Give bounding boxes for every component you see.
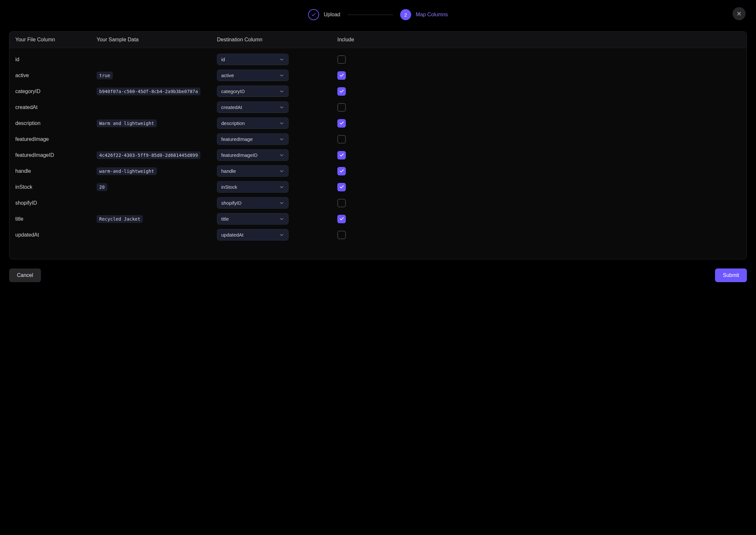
chevron-down-icon xyxy=(279,121,284,126)
table-row: createdAtcreatedAt xyxy=(15,99,741,115)
table-row: descriptionWarm and lightweightdescripti… xyxy=(15,115,741,131)
destination-select-label: updatedAt xyxy=(221,232,243,238)
file-column-name: title xyxy=(15,216,96,222)
header-destination: Destination Column xyxy=(217,37,338,42)
destination-cell: id xyxy=(217,54,338,65)
file-column-name: categoryID xyxy=(15,89,96,94)
close-button[interactable] xyxy=(733,7,745,20)
file-column-name: id xyxy=(15,57,96,63)
include-checkbox[interactable] xyxy=(338,231,346,239)
include-cell xyxy=(338,231,741,239)
include-cell xyxy=(338,215,741,223)
destination-select[interactable]: description xyxy=(217,118,288,129)
destination-cell: description xyxy=(217,118,338,129)
table-row: featuredImageID4c426f22-4303-5ff9-85d0-2… xyxy=(15,147,741,163)
file-column-name: inStock xyxy=(15,184,96,190)
sample-data-cell: Warm and lightweight xyxy=(96,120,217,127)
destination-select[interactable]: featuredImage xyxy=(217,133,288,145)
stepper: Upload 2 Map Columns xyxy=(9,7,747,31)
check-icon xyxy=(339,184,344,189)
destination-select[interactable]: featuredImageID xyxy=(217,149,288,161)
check-icon xyxy=(311,12,316,17)
include-checkbox[interactable] xyxy=(338,151,346,159)
destination-select-label: active xyxy=(221,72,234,78)
check-icon xyxy=(339,153,344,157)
chevron-down-icon xyxy=(279,73,284,78)
destination-select[interactable]: createdAt xyxy=(217,101,288,113)
cancel-button[interactable]: Cancel xyxy=(9,268,41,282)
include-checkbox[interactable] xyxy=(338,135,346,144)
include-cell xyxy=(338,135,741,144)
destination-cell: active xyxy=(217,70,338,81)
destination-cell: featuredImage xyxy=(217,133,338,145)
destination-cell: handle xyxy=(217,165,338,177)
destination-select[interactable]: categoryID xyxy=(217,86,288,97)
check-icon xyxy=(339,216,344,221)
destination-select[interactable]: title xyxy=(217,213,288,225)
destination-cell: inStock xyxy=(217,181,338,193)
include-cell xyxy=(338,55,741,64)
mapping-panel: Your File Column Your Sample Data Destin… xyxy=(9,31,747,259)
destination-select-label: inStock xyxy=(221,184,237,190)
destination-select-label: createdAt xyxy=(221,104,242,110)
chevron-down-icon xyxy=(279,216,284,222)
include-cell xyxy=(338,151,741,159)
include-checkbox[interactable] xyxy=(338,215,346,223)
destination-select[interactable]: inStock xyxy=(217,181,288,193)
include-cell xyxy=(338,119,741,127)
table-row: inStock20inStock xyxy=(15,179,741,195)
destination-select-label: description xyxy=(221,120,245,126)
include-checkbox[interactable] xyxy=(338,183,346,191)
step-map-columns[interactable]: 2 Map Columns xyxy=(400,9,448,20)
file-column-name: handle xyxy=(15,168,96,174)
step-map-indicator: 2 xyxy=(400,9,411,20)
include-checkbox[interactable] xyxy=(338,55,346,64)
destination-select[interactable]: shopifyID xyxy=(217,197,288,209)
sample-value: 20 xyxy=(96,183,107,191)
table-row: activetrueactive xyxy=(15,67,741,83)
stepper-connector xyxy=(347,14,393,15)
destination-select[interactable]: id xyxy=(217,54,288,65)
table-row: featuredImagefeaturedImage xyxy=(15,131,741,147)
sample-value: warm-and-lightweight xyxy=(96,167,157,175)
include-cell xyxy=(338,167,741,175)
chevron-down-icon xyxy=(279,105,284,110)
destination-select[interactable]: active xyxy=(217,70,288,81)
include-checkbox[interactable] xyxy=(338,119,346,127)
destination-select[interactable]: updatedAt xyxy=(217,229,288,240)
destination-select-label: categoryID xyxy=(221,89,245,94)
sample-value: Recycled Jacket xyxy=(96,215,143,223)
chevron-down-icon xyxy=(279,57,284,62)
chevron-down-icon xyxy=(279,232,284,238)
sample-data-cell: Recycled Jacket xyxy=(96,215,217,223)
check-icon xyxy=(339,73,344,78)
include-checkbox[interactable] xyxy=(338,87,346,96)
rows-container: ididactivetrueactivecategoryIDb940f07a-c… xyxy=(10,48,746,259)
table-row: titleRecycled Jackettitle xyxy=(15,211,741,227)
sample-value: 4c426f22-4303-5ff9-85d0-2d681445d899 xyxy=(96,151,201,159)
destination-cell: shopifyID xyxy=(217,197,338,209)
chevron-down-icon xyxy=(279,184,284,190)
include-checkbox[interactable] xyxy=(338,199,346,207)
include-checkbox[interactable] xyxy=(338,71,346,80)
chevron-down-icon xyxy=(279,153,284,158)
destination-select-label: title xyxy=(221,216,229,222)
destination-cell: categoryID xyxy=(217,86,338,97)
include-cell xyxy=(338,71,741,80)
destination-cell: featuredImageID xyxy=(217,149,338,161)
destination-select[interactable]: handle xyxy=(217,165,288,177)
destination-cell: createdAt xyxy=(217,101,338,113)
include-checkbox[interactable] xyxy=(338,167,346,175)
sample-data-cell: true xyxy=(96,71,217,79)
destination-cell: updatedAt xyxy=(217,229,338,240)
chevron-down-icon xyxy=(279,201,284,206)
sample-data-cell: warm-and-lightweight xyxy=(96,167,217,175)
check-icon xyxy=(339,121,344,126)
file-column-name: featuredImageID xyxy=(15,152,96,158)
step-upload[interactable]: Upload xyxy=(308,9,340,20)
include-cell xyxy=(338,183,741,191)
header-file-column: Your File Column xyxy=(15,37,96,42)
submit-button[interactable]: Submit xyxy=(715,268,747,282)
include-checkbox[interactable] xyxy=(338,103,346,112)
step-map-label: Map Columns xyxy=(416,12,448,17)
